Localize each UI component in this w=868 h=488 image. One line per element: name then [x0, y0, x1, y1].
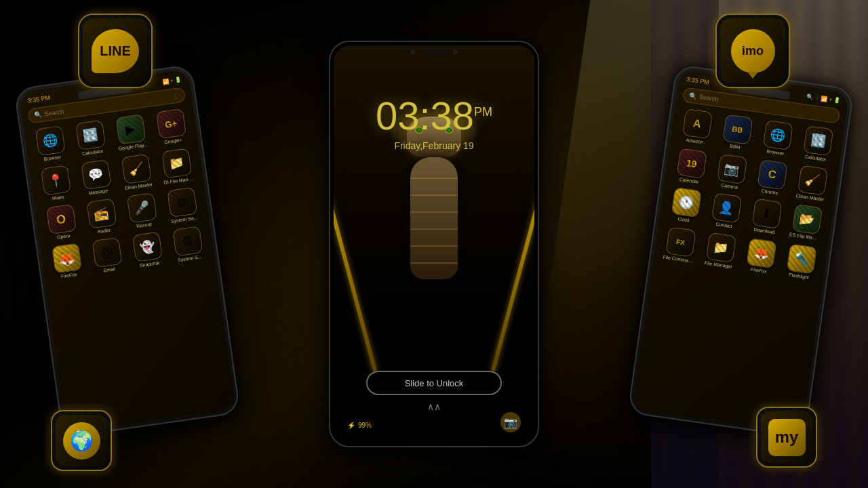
body-ring-3 [410, 211, 458, 213]
email-icon: @ [92, 237, 122, 268]
bbm-icon: BB [722, 114, 753, 144]
browser-icon-left: 🌐 [35, 125, 65, 156]
calculator-icon: 🔢 [75, 120, 106, 150]
firefox-icon-bottom-left[interactable]: 🌍 [51, 410, 112, 471]
list-item[interactable]: ⚙ System Se... [161, 184, 204, 227]
list-item[interactable]: ⬇ Download [745, 196, 788, 239]
list-item[interactable]: G+ Google+ [150, 106, 193, 148]
right-status-icons: 🔍⋮📶+🔋 [806, 93, 840, 104]
imo-app-icon[interactable]: imo [715, 14, 790, 88]
snake-body-shape [410, 157, 458, 279]
lock-camera-button[interactable]: 📷 [500, 412, 521, 432]
list-item[interactable]: ▶ Google Play... [109, 111, 153, 154]
left-search-text: Search [44, 108, 64, 117]
firefox-icon-left: 🦊 [52, 243, 82, 273]
cleanmaster-icon-left: 🧹 [121, 153, 151, 184]
line-app-icon[interactable]: LINE [78, 14, 153, 88]
list-item[interactable]: 🌐 Browser [755, 117, 799, 160]
list-item[interactable]: 👻 Snapchat [126, 229, 170, 272]
list-item[interactable]: 🧹 Clean Master [790, 162, 833, 205]
contact-icon: 👤 [711, 193, 742, 224]
camera-icon: 📷 [717, 153, 747, 184]
sensor-camera [411, 50, 415, 54]
chrome-icon: C [757, 159, 787, 190]
center-phone-sensor [411, 50, 457, 54]
list-item[interactable]: 📁 OI File Mana... [155, 145, 199, 188]
left-status-time: 3:35 PM [27, 94, 51, 104]
fileman-icon: 📁 [161, 148, 192, 178]
mytheme-icon-right[interactable]: my [756, 407, 817, 468]
googleplay-icon: ▶ [115, 114, 146, 144]
calendar-icon: 19 [676, 148, 707, 178]
lock-date: Friday,February 19 [334, 140, 534, 151]
imo-icon-label: imo [742, 44, 764, 58]
list-item[interactable]: FX File Comman... [658, 224, 702, 266]
list-item[interactable]: 🕐 Clock [664, 184, 707, 227]
list-item[interactable]: 📍 Maps [34, 162, 77, 205]
body-ring-1 [410, 178, 458, 179]
slide-to-unlock[interactable]: Slide to Unlock [366, 371, 502, 395]
center-phone: 03:38PM Friday,February 19 Slide to Unlo… [329, 41, 539, 447]
list-item[interactable]: @ Email [85, 235, 129, 277]
settings-icon-left2: ⚙ [172, 226, 203, 256]
right-apps-grid: A Amazon BB BBM 🌐 Browser 🔢 Calculator [655, 104, 842, 285]
list-item[interactable]: 🦊 FireFox [739, 235, 783, 278]
list-item[interactable]: 📻 Radio [80, 196, 123, 239]
right-app-screen: 3:35 PM 🔍⋮📶+🔋 🔍 Search A Amazon BB [632, 68, 850, 433]
list-item[interactable]: 📷 Camera [709, 150, 753, 193]
lock-time: 03:38PM [334, 93, 534, 138]
right-status-time: 3:35 PM [686, 76, 710, 86]
list-item[interactable]: C Chrome [750, 157, 793, 199]
list-item[interactable]: 🧹 Clean Master [115, 150, 158, 193]
time-period: PM [474, 105, 492, 119]
list-item[interactable]: O Opera [40, 201, 83, 244]
list-item[interactable]: 📂 ES File Mana... [785, 201, 828, 244]
sensor-speaker [420, 51, 448, 54]
snapchat-icon: 👻 [132, 232, 162, 262]
download-icon: ⬇ [751, 199, 782, 229]
list-item[interactable]: 👤 Contact [704, 190, 747, 232]
list-item[interactable]: 💬 Message [75, 157, 118, 199]
left-phone: 3:35 PM 📶+🔋 🔍 Search ⋮ 🌐 Browser [14, 64, 241, 438]
list-item[interactable]: 📁 File Manager [698, 230, 742, 272]
list-item[interactable]: 🔢 Calculator [69, 117, 113, 160]
firefox-icon-right: 🦊 [746, 238, 776, 268]
body-ring-4 [410, 228, 458, 230]
list-item[interactable]: 🌐 Browser [28, 123, 72, 165]
filemanager-icon: 📁 [705, 232, 736, 263]
list-item[interactable]: 🔢 Calculator [795, 123, 839, 165]
list-item[interactable]: 19 Calendar [669, 145, 713, 188]
calculator-icon-right: 🔢 [803, 125, 833, 156]
lock-arrows: ∧∧ [427, 401, 441, 412]
center-phone-screen: 03:38PM Friday,February 19 Slide to Unlo… [334, 45, 534, 443]
right-search-text: Search [698, 94, 719, 103]
list-item[interactable]: 🔦 Flashlight [779, 241, 823, 283]
v-right-line [491, 141, 534, 371]
right-phone-screen: 3:35 PM 🔍⋮📶+🔋 🔍 Search A Amazon BB [632, 68, 850, 433]
list-item[interactable]: 🦊 FireFox [45, 240, 89, 283]
left-status-icons: 📶+🔋 [161, 76, 182, 85]
opera-icon: O [45, 204, 76, 235]
googleplus-icon: G+ [155, 108, 186, 139]
left-phone-screen: 3:35 PM 📶+🔋 🔍 Search ⋮ 🌐 Browser [18, 68, 236, 433]
battery-percent: 99% [358, 422, 372, 429]
list-item[interactable]: 🎤 Record [120, 190, 163, 232]
line-icon-label: LINE [100, 43, 131, 59]
body-ring-6 [410, 262, 458, 264]
flashlight-icon: 🔦 [786, 243, 816, 274]
list-item[interactable]: A Amazon [675, 106, 718, 148]
v-left-line [334, 141, 377, 371]
radio-icon: 📻 [86, 199, 117, 229]
sensor-dot2 [453, 50, 457, 54]
cleanmaster-icon-right: 🧹 [797, 165, 828, 195]
lock-battery: ⚡99% [347, 422, 372, 429]
time-display: 03:38 [376, 94, 474, 138]
list-item[interactable]: BB BBM [715, 111, 759, 154]
record-icon: 🎤 [126, 193, 157, 224]
right-phone: 3:35 PM 🔍⋮📶+🔋 🔍 Search A Amazon BB [627, 64, 854, 438]
maps-icon: 📍 [40, 165, 71, 195]
body-ring-2 [410, 195, 458, 196]
list-item[interactable]: ⚙ System S... [166, 223, 210, 266]
left-apps-grid: 🌐 Browser 🔢 Calculator ▶ Google Play... … [26, 104, 207, 245]
browser-icon-right: 🌐 [762, 120, 793, 150]
